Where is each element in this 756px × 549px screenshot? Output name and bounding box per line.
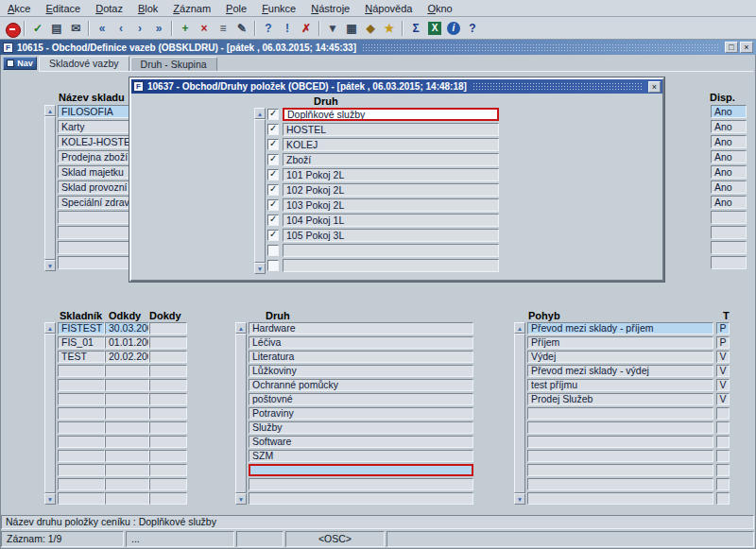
row-checkbox[interactable] [267, 154, 279, 165]
scroll-up-button[interactable] [44, 322, 56, 334]
storekeeper-from-field[interactable] [105, 436, 149, 448]
scroll-up-button[interactable] [44, 105, 56, 116]
dialog-druh-field[interactable]: 101 Pokoj 2L [283, 168, 499, 181]
storekeeper-name-field[interactable] [58, 379, 105, 391]
storekeeper-from-field[interactable]: 30.03.2007 [105, 322, 149, 335]
scrollbar-track[interactable] [514, 334, 525, 493]
storekeeper-to-field[interactable] [149, 407, 187, 420]
storekeeper-name-field[interactable] [58, 464, 105, 476]
storekeeper-to-field[interactable] [149, 492, 187, 505]
scrollbar-track[interactable] [44, 116, 56, 260]
dialog-druh-field[interactable]: Doplňkové služby [283, 108, 499, 121]
warehouse-disp-field[interactable]: Ano [711, 165, 747, 179]
pohyb-field[interactable]: Převod mezi sklady - výdej [527, 365, 713, 377]
menu-item[interactable]: Editace [38, 1, 88, 15]
pohyb-type-field[interactable] [716, 450, 730, 462]
delete-record-icon[interactable]: × [195, 19, 214, 38]
row-checkbox[interactable] [267, 260, 279, 271]
row-checkbox[interactable] [267, 124, 279, 135]
row-checkbox[interactable] [267, 230, 279, 241]
storekeeper-name-field[interactable] [58, 421, 105, 434]
exit-icon[interactable] [2, 19, 21, 38]
menu-item[interactable]: Nápověda [357, 1, 420, 15]
row-checkbox[interactable] [267, 139, 279, 150]
storekeeper-name-field[interactable] [58, 365, 105, 377]
druh-field[interactable] [249, 492, 473, 505]
storekeeper-from-field[interactable] [105, 407, 149, 420]
dialog-druh-field[interactable] [283, 244, 499, 257]
storekeeper-to-field[interactable] [149, 421, 187, 434]
storekeeper-name-field[interactable]: FISTEST [58, 322, 105, 335]
pohyb-field[interactable]: Příjem [527, 336, 713, 349]
previous-record-icon[interactable]: ‹ [112, 19, 130, 38]
warehouse-disp-field[interactable]: Ano [711, 196, 747, 209]
row-checkbox[interactable] [267, 199, 279, 211]
edit-field-icon[interactable]: ✎ [232, 19, 251, 38]
menu-item[interactable]: Okno [420, 1, 459, 15]
menu-item[interactable]: Blok [130, 1, 165, 15]
pohyb-field[interactable] [527, 478, 713, 490]
pohyb-field[interactable] [527, 407, 713, 420]
storekeeper-to-field[interactable] [149, 478, 187, 490]
dialog-druh-field[interactable]: HOSTEL [283, 123, 499, 136]
storekeeper-name-field[interactable] [58, 393, 105, 405]
pohyb-field[interactable]: Prodej Služeb [527, 393, 713, 405]
insert-record-icon[interactable]: + [176, 19, 195, 38]
pohyb-field[interactable]: test příjmu [527, 379, 713, 391]
pohyb-type-field[interactable] [716, 478, 730, 490]
pohyb-field[interactable] [527, 450, 713, 462]
pohyb-field[interactable] [527, 464, 713, 476]
scroll-down-button[interactable] [44, 493, 56, 505]
dialog-druh-field[interactable]: 105 Pokoj 3L [283, 229, 499, 242]
dialog-druh-field[interactable] [283, 259, 499, 272]
pohyb-scrollbar[interactable] [514, 322, 525, 505]
storekeeper-from-field[interactable]: 20.02.2006 [105, 351, 149, 363]
storekeeper-from-field[interactable] [105, 379, 149, 391]
print-icon[interactable]: ▤ [47, 19, 66, 38]
dialog-druh-field[interactable]: 102 Pokoj 2L [283, 183, 499, 197]
storekeeper-from-field[interactable] [105, 464, 149, 476]
row-checkbox[interactable] [267, 169, 279, 180]
pohyb-type-field[interactable] [716, 407, 730, 420]
druh-field[interactable]: SZM [249, 450, 473, 462]
help-icon[interactable]: ? [463, 19, 482, 38]
pohyb-type-field[interactable]: V [716, 393, 730, 405]
storekeeper-to-field[interactable] [149, 450, 187, 462]
warehouse-disp-field[interactable] [711, 241, 747, 254]
pohyb-field[interactable] [527, 421, 713, 434]
druh-scrollbar[interactable] [235, 322, 247, 505]
warehouse-disp-field[interactable]: Ano [711, 150, 747, 163]
dialog-druh-field[interactable]: 103 Pokoj 2L [283, 198, 499, 212]
storekeeper-from-field[interactable] [105, 478, 149, 490]
scrollbar-track[interactable] [254, 119, 266, 263]
pohyb-type-field[interactable]: V [716, 365, 730, 377]
scroll-down-button[interactable] [254, 263, 266, 274]
duplicate-record-icon[interactable]: ≡ [214, 19, 232, 38]
druh-field[interactable]: Ochranné pomůcky [249, 379, 473, 391]
pohyb-field[interactable] [527, 492, 713, 505]
restore-window-icon[interactable]: □ [725, 42, 738, 53]
warehouse-disp-field[interactable] [711, 226, 747, 239]
pohyb-type-field[interactable] [716, 421, 730, 434]
scroll-up-button[interactable] [514, 322, 525, 334]
dialog-scrollbar[interactable] [254, 108, 266, 274]
row-checkbox[interactable] [267, 109, 279, 120]
warehouse-disp-field[interactable]: Ano [711, 120, 747, 133]
storekeeper-from-field[interactable]: 01.01.2006 [105, 336, 149, 349]
scrollbar-track[interactable] [44, 334, 56, 493]
storekeeper-to-field[interactable] [149, 336, 187, 349]
sum-icon[interactable]: Σ [406, 19, 425, 38]
mail-icon[interactable]: ✉ [66, 19, 85, 38]
scrollbar-track[interactable] [235, 334, 247, 493]
warehouse-disp-field[interactable]: Ano [711, 135, 747, 148]
storekeeper-name-field[interactable] [58, 478, 105, 490]
storekeeper-to-field[interactable] [149, 379, 187, 391]
storekeeper-from-field[interactable] [105, 492, 149, 505]
storekeeper-to-field[interactable] [149, 393, 187, 405]
pohyb-type-field[interactable] [716, 464, 730, 476]
dialog-druh-field[interactable]: KOLEJ [283, 138, 499, 151]
close-window-icon[interactable]: × [740, 42, 753, 53]
warehouse-disp-field[interactable]: Ano [711, 180, 747, 194]
pohyb-type-field[interactable]: P [716, 322, 730, 335]
pohyb-type-field[interactable]: V [716, 351, 730, 363]
